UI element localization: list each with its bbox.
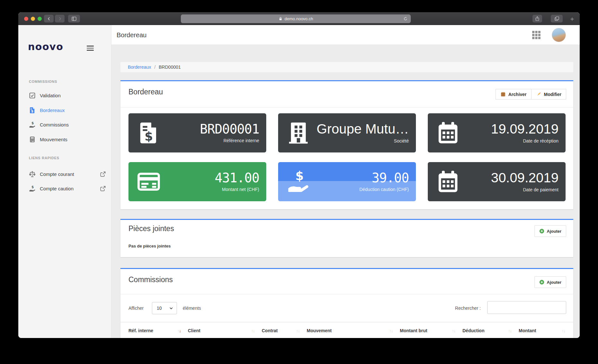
show-tabs-button[interactable] [551, 15, 563, 22]
building-icon [286, 121, 310, 145]
column-header-montant[interactable]: Montant ↑↓ [519, 328, 565, 333]
sidebar-item-mouvements[interactable]: Mouvements [29, 134, 106, 144]
tile-date-reception: 19.09.2019 Date de récéption [428, 113, 566, 152]
tile-societe: Groupe Mutu… Société [278, 113, 416, 152]
forward-button[interactable] [55, 15, 65, 22]
sidebar-item-compte-caution[interactable]: Compte caution [29, 184, 106, 193]
minimize-window-button[interactable] [31, 17, 35, 21]
calendar-icon [436, 121, 460, 145]
desktop-background: demo.noovo.ch noovo COMMISSIONS Validati… [0, 0, 598, 364]
page-length-suffix: éléments [183, 306, 201, 311]
breadcrumb: Bordereaux / BRD00001 [120, 62, 573, 72]
apps-grid-icon[interactable] [532, 30, 541, 39]
app-sidebar: noovo COMMISSIONS Validation Bordereaux … [18, 25, 111, 338]
sort-icon: ↑↓ [508, 328, 512, 333]
file-invoice-dollar-icon [29, 107, 36, 114]
sort-icon: ↑↓ [296, 328, 300, 333]
hamburger-menu-icon[interactable] [87, 46, 94, 51]
tile-deduction-caution: 39.00 Déduction caution (CHF) [278, 162, 416, 201]
sort-icon: ↑↓ [251, 328, 255, 333]
attachments-card: Pièces jointes Ajouter Pas de pièces joi… [120, 219, 573, 257]
sort-icon: ↑↓ [177, 328, 181, 333]
reload-button[interactable] [403, 16, 408, 21]
tile-reference-interne: BRD00001 Référence interne [128, 113, 266, 152]
hand-holding-dollar-icon [29, 185, 36, 192]
column-header-ref-interne[interactable]: Réf. interne ↑↓ [128, 328, 188, 333]
pencil-icon [536, 91, 541, 97]
zoom-window-button[interactable] [38, 17, 42, 21]
tile-date-paiement: 30.09.2019 Date de paiement [428, 162, 566, 201]
external-link-icon [100, 171, 106, 177]
sort-icon: ↑↓ [562, 328, 565, 333]
column-header-contrat[interactable]: Contrat ↑↓ [262, 328, 307, 333]
hand-holding-dollar-icon [286, 170, 310, 194]
breadcrumb-link-bordereaux[interactable]: Bordereaux [128, 65, 151, 70]
calculator-icon [29, 136, 36, 143]
page-length-label: Afficher [128, 306, 144, 311]
card-title: Pièces jointes [128, 224, 174, 233]
archive-box-icon [500, 91, 506, 97]
breadcrumb-current: BRD00001 [159, 65, 181, 70]
check-square-icon [29, 92, 36, 99]
close-window-button[interactable] [24, 17, 28, 21]
plus-circle-icon [539, 280, 544, 285]
app-header: Bordereau [111, 25, 580, 45]
empty-attachments-message: Pas de pièces jointes [128, 244, 171, 248]
add-attachment-button[interactable]: Ajouter [534, 225, 567, 237]
breadcrumb-separator: / [154, 65, 155, 70]
sidebar-section-liens-rapides: LIENS RAPIDES [29, 156, 59, 160]
calendar-icon [436, 170, 460, 194]
sidebar-item-commissions[interactable]: Commissions [29, 120, 106, 129]
sidebar-item-compte-courant[interactable]: Compte courant [29, 169, 106, 179]
noovo-logo: noovo [28, 41, 63, 52]
column-header-montant-brut[interactable]: Montant brut ↑↓ [400, 328, 462, 333]
card-title: Bordereau [128, 88, 163, 96]
plus-circle-icon [539, 229, 544, 234]
commissions-card: Commissions Ajouter Afficher 10 éléments… [120, 268, 573, 338]
back-button[interactable] [44, 15, 54, 22]
user-avatar[interactable] [552, 28, 566, 42]
column-header-mouvement[interactable]: Mouvement ↑↓ [307, 328, 400, 333]
search-label: Rechercher : [455, 306, 481, 311]
balance-scale-icon [29, 171, 36, 178]
external-link-icon [100, 186, 106, 192]
sidebar-item-validation[interactable]: Validation [29, 91, 106, 100]
divider [120, 107, 573, 108]
archive-button[interactable]: Archiver [496, 89, 532, 100]
file-invoice-dollar-icon [137, 121, 161, 145]
sort-icon: ↑↓ [452, 328, 455, 333]
address-bar[interactable]: demo.noovo.ch [181, 14, 411, 23]
share-button[interactable] [532, 15, 542, 22]
page-length-select[interactable]: 10 [152, 302, 177, 314]
card-actions: Archiver Modifier [496, 89, 566, 100]
lock-icon [278, 17, 283, 21]
tile-montant-net: 431.00 Montant net (CHF) [128, 162, 266, 201]
address-text: demo.noovo.ch [285, 16, 313, 21]
new-tab-button[interactable] [568, 15, 576, 23]
main-content: Bordereaux / BRD00001 Bordereau Archiver… [111, 45, 580, 338]
browser-titlebar: demo.noovo.ch [18, 12, 580, 25]
divider [120, 294, 573, 294]
sort-icon: ↑↓ [389, 328, 393, 333]
sidebar-section-commissions: COMMISSIONS [29, 80, 57, 83]
column-header-deduction[interactable]: Déduction ↑↓ [462, 328, 519, 333]
page-title: Bordereau [117, 31, 146, 39]
browser-window: demo.noovo.ch noovo COMMISSIONS Validati… [18, 12, 580, 338]
add-commission-button[interactable]: Ajouter [534, 276, 567, 288]
credit-card-icon [137, 170, 161, 194]
hand-holding-dollar-icon [29, 121, 36, 128]
column-header-client[interactable]: Client ↑↓ [188, 328, 262, 333]
card-title: Commissions [128, 275, 173, 284]
chevron-down-icon [169, 306, 173, 310]
commissions-table-header: Réf. interne ↑↓ Client ↑↓ Contrat ↑↓ Mou… [120, 322, 573, 338]
bordereau-card: Bordereau Archiver Modifier BRD00 [120, 80, 573, 209]
modify-button[interactable]: Modifier [531, 89, 566, 100]
search-input[interactable] [487, 301, 566, 314]
summary-tiles: BRD00001 Référence interne Groupe Mutu… … [128, 113, 566, 201]
sidebar-item-bordereaux[interactable]: Bordereaux [29, 105, 106, 115]
sidebar-toggle-button[interactable] [68, 15, 80, 22]
